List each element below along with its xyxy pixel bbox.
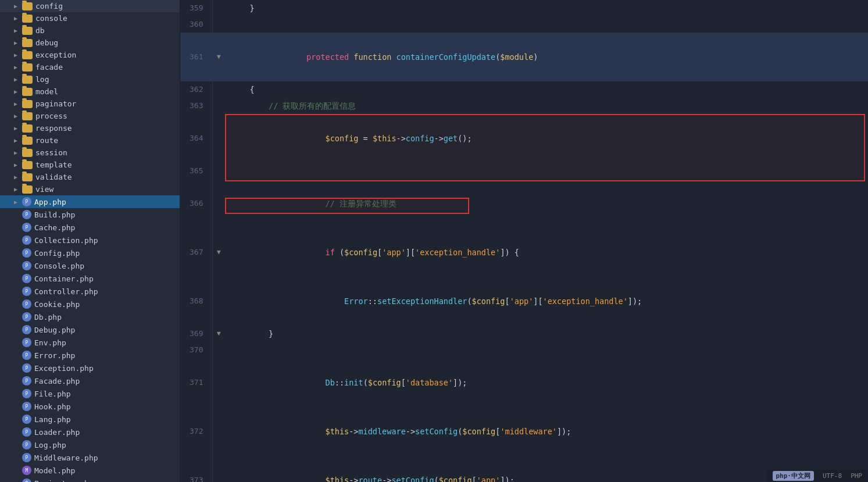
arrow-icon: ▶ bbox=[14, 125, 22, 131]
php-file-icon: P bbox=[22, 274, 31, 283]
sidebar-file-cache[interactable]: ▶ P Cache.php bbox=[0, 221, 180, 234]
sidebar-file-db[interactable]: ▶ P Db.php bbox=[0, 310, 180, 323]
sidebar-folder-debug[interactable]: ▶ debug bbox=[0, 37, 180, 49]
arrow-icon: ▶ bbox=[14, 137, 22, 144]
sidebar-file-collection[interactable]: ▶ P Collection.php bbox=[0, 234, 180, 247]
arrow-icon: ▶ bbox=[14, 416, 22, 423]
sidebar-file-loader[interactable]: ▶ P Loader.php bbox=[0, 426, 180, 438]
sidebar-folder-route[interactable]: ▶ route bbox=[0, 134, 180, 147]
sidebar-folder-view[interactable]: ▶ view bbox=[0, 183, 180, 195]
php-file-icon: P bbox=[22, 389, 31, 398]
fold-control[interactable] bbox=[212, 163, 225, 179]
fold-control[interactable] bbox=[212, 456, 225, 482]
fold-control[interactable] bbox=[212, 277, 225, 326]
folder-icon bbox=[22, 100, 33, 108]
sidebar-folder-config[interactable]: ▶ config bbox=[0, 0, 180, 12]
sidebar-file-debug[interactable]: ▶ P Debug.php bbox=[0, 323, 180, 336]
arrow-icon: ▶ bbox=[14, 88, 22, 95]
sidebar-folder-facade[interactable]: ▶ facade bbox=[0, 61, 180, 73]
sidebar-file-error[interactable]: ▶ P Error.php bbox=[0, 349, 180, 362]
sidebar-file-lang[interactable]: ▶ P Lang.php bbox=[0, 413, 180, 426]
sidebar-file-paginator[interactable]: ▶ P Paginator.php bbox=[0, 477, 180, 482]
sidebar-folder-process[interactable]: ▶ process bbox=[0, 110, 180, 122]
sidebar-file-log[interactable]: ▶ P Log.php bbox=[0, 438, 180, 451]
table-row: 368 Error::setExceptionHandler($config['… bbox=[180, 277, 868, 326]
code-table: 359 } 360 361 ▼ protected function conta… bbox=[180, 0, 868, 482]
arrow-icon: ▶ bbox=[14, 199, 22, 205]
sidebar-file-label: App.php bbox=[34, 198, 66, 206]
sidebar-folder-validate[interactable]: ▶ validate bbox=[0, 171, 180, 183]
sidebar-folder-exception[interactable]: ▶ exception bbox=[0, 49, 180, 61]
sidebar-folder-response[interactable]: ▶ response bbox=[0, 122, 180, 134]
php-file-icon: P bbox=[22, 312, 31, 322]
fold-control[interactable] bbox=[212, 0, 225, 16]
sidebar-folder-paginator[interactable]: ▶ paginator bbox=[0, 98, 180, 110]
fold-control[interactable] bbox=[212, 358, 225, 407]
sidebar-folder-label: session bbox=[35, 148, 67, 157]
arrow-icon: ▶ bbox=[14, 212, 22, 218]
table-row: 367 ▼ if ($config['app']['exception_hand… bbox=[180, 228, 868, 277]
sidebar-folder-session[interactable]: ▶ session bbox=[0, 147, 180, 159]
fold-control[interactable] bbox=[212, 16, 225, 33]
line-number: 359 bbox=[180, 0, 212, 16]
line-number: 371 bbox=[180, 358, 212, 407]
arrow-icon: ▶ bbox=[14, 250, 22, 256]
sidebar-file-app[interactable]: ▶ P App.php bbox=[0, 195, 180, 208]
table-row: 369 ▼ } bbox=[180, 326, 868, 342]
fold-control[interactable]: ▼ bbox=[212, 228, 225, 277]
sidebar-folder-template[interactable]: ▶ template bbox=[0, 159, 180, 171]
sidebar-file-label: Model.php bbox=[34, 466, 75, 475]
status-bar: php·中文网 UTF-8 PHP bbox=[767, 470, 869, 482]
sidebar-file-console[interactable]: ▶ P Console.php bbox=[0, 259, 180, 272]
sidebar-file-middleware[interactable]: ▶ P Middleware.php bbox=[0, 451, 180, 464]
php-file-icon: P bbox=[22, 235, 31, 245]
sidebar-folder-db[interactable]: ▶ db bbox=[0, 24, 180, 37]
sidebar-file-facade[interactable]: ▶ P Facade.php bbox=[0, 374, 180, 387]
sidebar-folder-label: debug bbox=[35, 38, 58, 47]
arrow-icon: ▶ bbox=[14, 391, 22, 397]
folder-icon bbox=[22, 137, 33, 145]
sidebar-file-file[interactable]: ▶ P File.php bbox=[0, 387, 180, 400]
sidebar-file-label: Exception.php bbox=[34, 364, 94, 373]
sidebar-folder-model[interactable]: ▶ model bbox=[0, 85, 180, 98]
php-file-icon: P bbox=[22, 325, 31, 334]
fold-control[interactable] bbox=[212, 342, 225, 358]
php-file-icon: P bbox=[22, 197, 31, 206]
line-number: 363 bbox=[180, 98, 212, 114]
fold-control[interactable] bbox=[212, 179, 225, 228]
sidebar-folder-console[interactable]: ▶ console bbox=[0, 12, 180, 24]
table-row: 373 $this->route->setConfig($config['app… bbox=[180, 456, 868, 482]
sidebar-file-exception[interactable]: ▶ P Exception.php bbox=[0, 362, 180, 374]
fold-control[interactable] bbox=[212, 407, 225, 456]
code-content: if ($config['app']['exception_handle']) … bbox=[225, 228, 868, 277]
fold-control[interactable]: ▼ bbox=[212, 33, 225, 81]
code-content: // 注册异常处理类 bbox=[225, 179, 868, 228]
sidebar-file-model[interactable]: ▶ M Model.php bbox=[0, 464, 180, 477]
sidebar-folder-log[interactable]: ▶ log bbox=[0, 73, 180, 85]
fold-control[interactable] bbox=[212, 81, 225, 98]
sidebar-file-hook[interactable]: ▶ P Hook.php bbox=[0, 400, 180, 413]
line-number: 366 bbox=[180, 179, 212, 228]
table-row: 360 bbox=[180, 16, 868, 33]
arrow-icon: ▶ bbox=[14, 352, 22, 359]
sidebar-file-label: File.php bbox=[34, 390, 71, 398]
sidebar-file-label: Env.php bbox=[34, 338, 66, 347]
php-file-icon: P bbox=[22, 338, 31, 347]
sidebar-file-cookie[interactable]: ▶ P Cookie.php bbox=[0, 298, 180, 310]
arrow-icon: ▶ bbox=[14, 404, 22, 410]
line-number: 367 bbox=[180, 228, 212, 277]
sidebar-file-config[interactable]: ▶ P Config.php bbox=[0, 247, 180, 259]
line-number: 372 bbox=[180, 407, 212, 456]
sidebar-file-build[interactable]: ▶ P Build.php bbox=[0, 208, 180, 221]
sidebar-file-env[interactable]: ▶ P Env.php bbox=[0, 336, 180, 349]
sidebar-file-controller[interactable]: ▶ P Controller.php bbox=[0, 285, 180, 298]
fold-control[interactable] bbox=[212, 98, 225, 114]
arrow-icon: ▶ bbox=[14, 467, 22, 474]
fold-control[interactable]: ▼ bbox=[212, 326, 225, 342]
sidebar-file-container[interactable]: ▶ P Container.php bbox=[0, 272, 180, 285]
folder-icon bbox=[22, 39, 33, 47]
sidebar-file-label: Middleware.php bbox=[34, 454, 98, 462]
code-content: Error::setExceptionHandler($config['app'… bbox=[225, 277, 868, 326]
fold-control[interactable] bbox=[212, 114, 225, 163]
model-file-icon: M bbox=[22, 466, 31, 475]
